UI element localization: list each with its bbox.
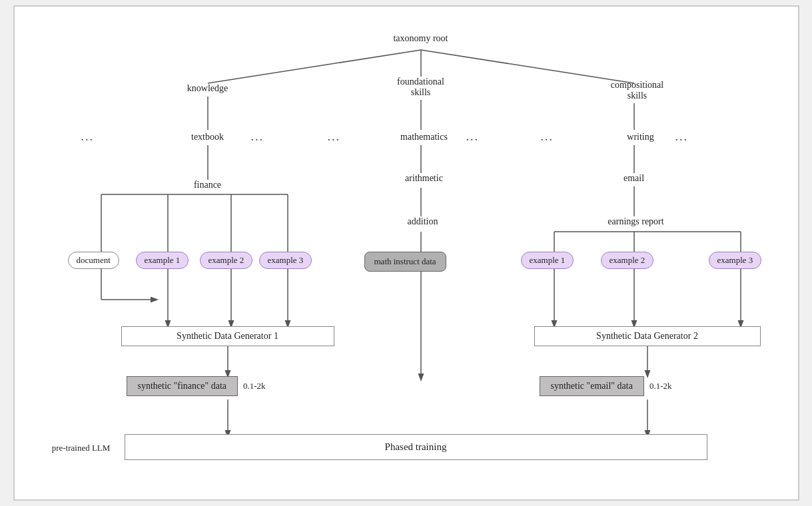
example2-right-node: example 2	[601, 252, 654, 269]
compositional-skills-label: compositional skills	[611, 80, 663, 101]
email-node: email	[614, 173, 654, 184]
writing-node: writing	[614, 132, 667, 142]
synth-finance-label: synthetic "finance" data	[138, 381, 227, 391]
sdg2-box: Synthetic Data Generator 2	[534, 326, 761, 346]
phased-training-box: Phased training	[125, 434, 707, 460]
math-instruct-box: math instruct data	[364, 252, 446, 272]
example2-right-label: example 2	[609, 255, 645, 265]
example3-left-node: example 3	[259, 252, 312, 269]
arithmetic-label: arithmetic	[405, 173, 443, 183]
example3-right-box: example 3	[709, 252, 762, 269]
dots-left-2: ···	[328, 133, 341, 147]
example2-left-node: example 2	[200, 252, 253, 269]
example2-left-label: example 2	[208, 255, 244, 265]
synth-email-node: synthetic "email" data 0.1-2k	[540, 376, 672, 396]
example1-right-label: example 1	[530, 255, 566, 265]
dots-right-3: ···	[675, 133, 689, 147]
arithmetic-node: arithmetic	[391, 173, 458, 184]
diagram-container: taxonomy root knowledge foundational ski…	[13, 5, 799, 501]
example3-right-node: example 3	[709, 252, 762, 269]
phased-training-label: Phased training	[385, 441, 447, 452]
diagram-content: taxonomy root knowledge foundational ski…	[28, 20, 785, 486]
dots-right-1: ···	[251, 133, 264, 147]
example2-left-box: example 2	[200, 252, 253, 269]
example2-right-box: example 2	[601, 252, 654, 269]
earnings-report-node: earnings report	[593, 216, 679, 227]
document-box: document	[68, 252, 119, 269]
sdg2-label: Synthetic Data Generator 2	[596, 331, 698, 341]
example1-left-box: example 1	[136, 252, 189, 269]
synth-email-box: synthetic "email" data	[540, 376, 644, 396]
range2-label: 0.1-2k	[649, 381, 672, 391]
example1-left-label: example 1	[145, 255, 181, 265]
example1-right-node: example 1	[521, 252, 574, 269]
phased-training-node: Phased training	[125, 434, 707, 460]
foundational-skills-label: foundational skills	[397, 77, 444, 97]
example3-left-label: example 3	[268, 255, 304, 265]
sdg1-node: Synthetic Data Generator 1	[121, 326, 334, 346]
pretrained-llm-node: pre-trained LLM	[41, 443, 121, 453]
writing-label: writing	[627, 132, 653, 142]
example1-right-box: example 1	[521, 252, 574, 269]
dots-left-1: ···	[81, 133, 95, 147]
knowledge-label: knowledge	[187, 83, 228, 93]
addition-label: addition	[408, 216, 438, 226]
range1-label: 0.1-2k	[243, 381, 266, 391]
email-label: email	[623, 173, 644, 183]
foundational-skills-node: foundational skills	[381, 77, 461, 98]
earnings-report-label: earnings report	[608, 216, 663, 226]
dots-right-2: ···	[466, 133, 480, 147]
mathematics-label: mathematics	[400, 132, 448, 142]
example1-left-node: example 1	[136, 252, 189, 269]
math-instruct-label: math instruct data	[374, 256, 436, 266]
knowledge-node: knowledge	[168, 83, 248, 94]
pretrained-llm-label: pre-trained LLM	[52, 443, 111, 453]
compositional-skills-node: compositional skills	[594, 80, 681, 101]
sdg1-box: Synthetic Data Generator 1	[121, 326, 334, 346]
sdg2-node: Synthetic Data Generator 2	[534, 326, 761, 346]
textbook-node: textbook	[171, 132, 244, 142]
addition-node: addition	[396, 216, 450, 227]
finance-node: finance	[178, 180, 238, 190]
example3-right-label: example 3	[717, 255, 753, 265]
taxonomy-root-label: taxonomy root	[393, 33, 448, 43]
finance-label: finance	[194, 180, 221, 190]
document-node: document	[68, 252, 119, 269]
sdg1-label: Synthetic Data Generator 1	[177, 331, 278, 341]
synth-finance-box: synthetic "finance" data	[127, 376, 238, 396]
mathematics-node: mathematics	[391, 132, 458, 142]
synth-finance-node: synthetic "finance" data 0.1-2k	[127, 376, 266, 396]
math-instruct-node: math instruct data	[364, 252, 446, 272]
dots-left-3: ···	[541, 133, 554, 147]
textbook-label: textbook	[191, 132, 224, 142]
document-label: document	[77, 255, 111, 265]
synth-email-label: synthetic "email" data	[551, 381, 633, 391]
taxonomy-root-node: taxonomy root	[354, 33, 488, 44]
example3-left-box: example 3	[259, 252, 312, 269]
